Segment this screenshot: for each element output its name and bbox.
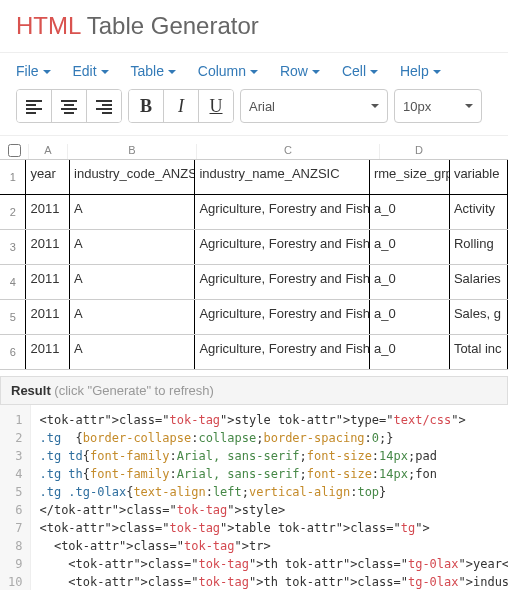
col-header-b[interactable]: B — [67, 144, 196, 159]
toolbar: B I U Arial 10px — [0, 89, 508, 136]
cell[interactable]: 2011 — [26, 265, 70, 299]
menu-table[interactable]: Table — [130, 63, 175, 79]
chevron-down-icon — [168, 70, 176, 74]
font-size-select[interactable]: 10px — [394, 89, 482, 123]
cell[interactable]: A — [70, 195, 195, 229]
cell[interactable]: a_0 — [370, 265, 450, 299]
chevron-down-icon — [465, 104, 473, 108]
chevron-down-icon — [433, 70, 441, 74]
cell[interactable]: A — [70, 335, 195, 369]
cell[interactable]: Agriculture, Forestry and Fishing — [195, 265, 370, 299]
cell[interactable]: a_0 — [370, 300, 450, 334]
code-lines[interactable]: <tok-attr">class="tok-tag">style tok-att… — [31, 405, 508, 590]
table-row: 1 year industry_code_ANZSIC industry_nam… — [0, 160, 508, 195]
row-number[interactable]: 3 — [0, 230, 26, 264]
bold-button[interactable]: B — [129, 90, 164, 122]
menu-row[interactable]: Row — [280, 63, 320, 79]
cell[interactable]: A — [70, 300, 195, 334]
cell[interactable]: a_0 — [370, 335, 450, 369]
svg-rect-5 — [64, 104, 74, 106]
cell[interactable]: Agriculture, Forestry and Fishing — [195, 335, 370, 369]
align-right-icon — [96, 98, 112, 114]
cell[interactable]: Agriculture, Forestry and Fishing — [195, 195, 370, 229]
row-number[interactable]: 2 — [0, 195, 26, 229]
align-group — [16, 89, 122, 123]
title-part2: Table Generator — [80, 12, 258, 39]
svg-rect-6 — [61, 108, 77, 110]
cell[interactable]: 2011 — [26, 195, 70, 229]
svg-rect-8 — [96, 100, 112, 102]
chevron-down-icon — [371, 104, 379, 108]
svg-rect-7 — [64, 112, 74, 114]
cell[interactable]: A — [70, 265, 195, 299]
cell[interactable]: year — [26, 160, 70, 194]
code-preview: 1234567891011 <tok-attr">class="tok-tag"… — [0, 405, 508, 590]
cell[interactable]: industry_name_ANZSIC — [195, 160, 370, 194]
col-header-c[interactable]: C — [196, 144, 379, 159]
cell[interactable]: Total inc — [450, 335, 508, 369]
svg-rect-1 — [26, 104, 36, 106]
cell[interactable]: a_0 — [370, 195, 450, 229]
align-left-icon — [26, 98, 42, 114]
svg-rect-0 — [26, 100, 42, 102]
svg-rect-9 — [102, 104, 112, 106]
row-number[interactable]: 1 — [0, 160, 26, 194]
row-number[interactable]: 5 — [0, 300, 26, 334]
page-title: HTML Table Generator — [0, 0, 508, 48]
table-row: 62011AAgriculture, Forestry and Fishinga… — [0, 335, 508, 370]
col-header-a[interactable]: A — [28, 144, 67, 159]
cell[interactable]: A — [70, 230, 195, 264]
menu-column[interactable]: Column — [198, 63, 258, 79]
result-bar: Result (click "Generate" to refresh) — [0, 376, 508, 405]
font-family-select[interactable]: Arial — [240, 89, 388, 123]
menu-cell[interactable]: Cell — [342, 63, 378, 79]
menu-edit[interactable]: Edit — [72, 63, 108, 79]
result-label: Result — [11, 383, 51, 398]
menubar: File Edit Table Column Row Cell Help — [0, 63, 508, 89]
align-right-button[interactable] — [87, 90, 121, 122]
align-center-icon — [61, 98, 77, 114]
cell[interactable]: 2011 — [26, 300, 70, 334]
font-size-value: 10px — [403, 99, 431, 114]
style-group: B I U — [128, 89, 234, 123]
chevron-down-icon — [370, 70, 378, 74]
svg-rect-11 — [102, 112, 112, 114]
row-number[interactable]: 4 — [0, 265, 26, 299]
cell[interactable]: 2011 — [26, 230, 70, 264]
divider — [0, 52, 508, 53]
svg-rect-10 — [96, 108, 112, 110]
col-header-d[interactable]: D — [379, 144, 458, 159]
cell[interactable]: Agriculture, Forestry and Fishing — [195, 230, 370, 264]
select-all-cell[interactable] — [0, 144, 28, 159]
cell[interactable]: Activity — [450, 195, 508, 229]
table-row: 22011AAgriculture, Forestry and Fishinga… — [0, 195, 508, 230]
spreadsheet: A B C D 1 year industry_code_ANZSIC indu… — [0, 136, 508, 370]
cell[interactable]: Rolling — [450, 230, 508, 264]
svg-rect-4 — [61, 100, 77, 102]
select-all-checkbox[interactable] — [8, 144, 21, 157]
underline-button[interactable]: U — [199, 90, 233, 122]
align-center-button[interactable] — [52, 90, 87, 122]
cell[interactable]: 2011 — [26, 335, 70, 369]
font-family-value: Arial — [249, 99, 275, 114]
code-gutter: 1234567891011 — [0, 405, 31, 590]
title-part1: HTML — [16, 12, 80, 39]
table-row: 52011AAgriculture, Forestry and Fishinga… — [0, 300, 508, 335]
row-number[interactable]: 6 — [0, 335, 26, 369]
cell[interactable]: industry_code_ANZSIC — [70, 160, 195, 194]
menu-help[interactable]: Help — [400, 63, 441, 79]
chevron-down-icon — [312, 70, 320, 74]
table-row: 32011AAgriculture, Forestry and Fishinga… — [0, 230, 508, 265]
cell[interactable]: rme_size_grp — [370, 160, 450, 194]
cell[interactable]: Salaries — [450, 265, 508, 299]
cell[interactable]: variable — [450, 160, 508, 194]
menu-file[interactable]: File — [16, 63, 51, 79]
italic-button[interactable]: I — [164, 90, 199, 122]
svg-rect-2 — [26, 108, 42, 110]
chevron-down-icon — [250, 70, 258, 74]
cell[interactable]: Sales, g — [450, 300, 508, 334]
align-left-button[interactable] — [17, 90, 52, 122]
cell[interactable]: a_0 — [370, 230, 450, 264]
chevron-down-icon — [43, 70, 51, 74]
cell[interactable]: Agriculture, Forestry and Fishing — [195, 300, 370, 334]
